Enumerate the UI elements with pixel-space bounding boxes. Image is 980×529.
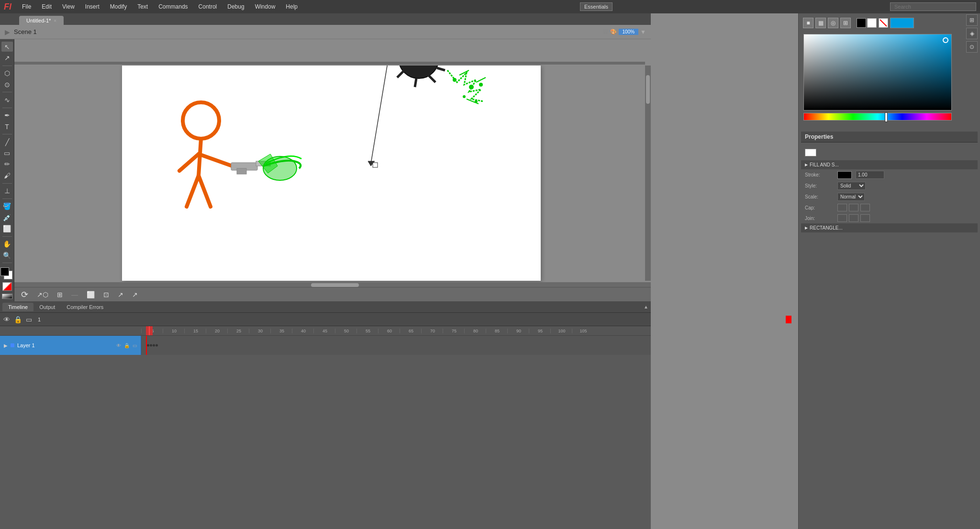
hue-bar[interactable] (803, 113, 952, 121)
swap-colors-btn[interactable] (2, 294, 12, 299)
scale-select[interactable]: Normal None (837, 193, 865, 201)
color-linear-btn[interactable]: ▦ (815, 18, 826, 28)
tool-3d-rotate[interactable]: ⊙ (1, 79, 13, 89)
smooth-icon[interactable]: ↗ (116, 290, 125, 299)
gradient-box[interactable] (803, 34, 952, 110)
view-mode-btn[interactable]: 100% (619, 29, 639, 35)
cap-round-btn[interactable] (837, 204, 847, 211)
ruler-100: 100 (550, 329, 572, 333)
menu-modify[interactable]: Modify (105, 2, 132, 11)
color-wheel-btn[interactable]: ⊙ (966, 41, 978, 53)
tool-line[interactable]: ╱ (1, 137, 13, 147)
hue-cursor[interactable] (885, 112, 888, 122)
search-input[interactable] (890, 2, 976, 11)
tool-freeform[interactable]: ⬡ (1, 68, 13, 78)
menu-control[interactable]: Control (194, 2, 222, 11)
tool-paint-bucket[interactable]: 🪣 (1, 201, 13, 211)
no-stroke-btn[interactable] (879, 18, 888, 28)
bg-color-mini[interactable] (867, 18, 877, 28)
hscroll-thumb[interactable] (311, 283, 359, 287)
snap-icon[interactable]: ⊡ (101, 290, 111, 299)
layer-1-name-area[interactable]: ▶ Layer 1 👁 🔒 ▭ (0, 336, 141, 355)
menu-edit[interactable]: Edit (37, 2, 56, 11)
canvas-resize-handle[interactable] (14, 62, 645, 65)
tab-close-button[interactable]: × (54, 18, 56, 23)
tab-output[interactable]: Output (33, 303, 61, 311)
tool-rectangle[interactable]: ▭ (1, 148, 13, 158)
tool-pencil[interactable]: ✏ (1, 159, 13, 169)
menu-text[interactable]: Text (133, 2, 153, 11)
layer-outline-icon[interactable]: ▭ (133, 343, 137, 348)
menu-debug[interactable]: Debug (223, 2, 249, 11)
svg-line-29 (371, 66, 388, 164)
marquee-icon[interactable]: ⬜ (85, 290, 97, 299)
timeline-controls: 👁 🔒 ▭ 1 (2, 315, 41, 324)
menu-commands[interactable]: Commands (154, 2, 192, 11)
line-icon[interactable]: — (69, 290, 80, 299)
gradient-cursor[interactable] (943, 37, 948, 43)
transform-icon[interactable]: ⊞ (55, 290, 65, 299)
timeline-collapse[interactable]: ▲ (644, 304, 648, 309)
essentials-button[interactable]: Essentials (580, 2, 612, 11)
view-dropdown[interactable]: ▼ (640, 29, 646, 35)
select-tool-icon[interactable]: ↗⬡ (35, 290, 50, 299)
swatches-btn[interactable]: ⊞ (966, 14, 978, 26)
outline-layers-btn[interactable]: ▭ (25, 315, 33, 324)
menu-help[interactable]: Help (281, 2, 302, 11)
join-round-btn[interactable] (849, 214, 858, 222)
active-color-display[interactable] (890, 18, 914, 28)
ruler-80: 80 (464, 329, 486, 333)
layer-lock-icon[interactable]: 🔒 (124, 343, 130, 348)
tool-eraser[interactable]: ⬜ (1, 223, 13, 233)
rectangle-section-header[interactable]: ▶ RECTANGLE... (801, 223, 978, 232)
stroke-width-input[interactable] (856, 171, 884, 179)
stroke-color-picker[interactable] (837, 171, 852, 179)
stroke-color-swatch[interactable] (0, 267, 9, 276)
tab-label: Untitled-1* (26, 18, 51, 23)
vscroll-thumb[interactable] (646, 75, 650, 104)
rotate-icon[interactable]: ⟳ (19, 288, 30, 301)
join-miter-btn[interactable] (837, 214, 847, 222)
stage-canvas[interactable] (122, 66, 541, 281)
canvas-vscrollbar[interactable] (645, 66, 651, 281)
menu-view[interactable]: View (57, 2, 79, 11)
ruler-75: 75 (443, 329, 464, 333)
tool-select[interactable]: ↖ (1, 42, 13, 52)
menu-file[interactable]: File (17, 2, 36, 11)
style-select[interactable]: Solid Dashed Dotted (837, 182, 866, 190)
tab-compiler-errors[interactable]: Compiler Errors (61, 303, 109, 311)
menu-window[interactable]: Window (250, 2, 280, 11)
cap-square-btn[interactable] (849, 204, 858, 211)
no-color-btn[interactable] (2, 282, 12, 291)
layer-visibility-icon[interactable]: 👁 (116, 343, 121, 348)
tool-eyedropper[interactable]: 💉 (1, 212, 13, 222)
layer-1-track[interactable] (141, 336, 651, 355)
color-bitmap-btn[interactable]: ⊞ (840, 18, 851, 28)
fg-color-mini[interactable] (857, 18, 866, 28)
playhead-marker[interactable] (146, 326, 153, 335)
color-mixer-btn[interactable]: ◈ (966, 28, 978, 39)
lock-layers-btn[interactable]: 🔒 (13, 315, 23, 324)
straighten-icon[interactable]: ↗ (130, 290, 140, 299)
ruler-55: 55 (356, 329, 378, 333)
ruler-90: 90 (507, 329, 529, 333)
tool-bone[interactable]: ⊥ (1, 186, 13, 196)
color-radial-btn[interactable]: ◎ (828, 18, 838, 28)
layer-expand-icon[interactable]: ▶ (4, 343, 8, 348)
tool-pen[interactable]: ✒ (1, 110, 13, 120)
document-tab[interactable]: Untitled-1* × (19, 16, 64, 25)
ruler-35: 35 (270, 329, 292, 333)
fill-stroke-section-header[interactable]: ▶ FILL AND S... (801, 160, 978, 169)
tool-text[interactable]: T (1, 121, 13, 132)
tool-lasso[interactable]: ∿ (1, 95, 13, 105)
tool-brush[interactable]: 🖌 (1, 170, 13, 180)
tab-timeline[interactable]: Timeline (2, 303, 33, 311)
show-hide-layers-btn[interactable]: 👁 (2, 315, 11, 324)
cap-none-btn[interactable] (860, 204, 870, 211)
tool-zoom[interactable]: 🔍 (1, 250, 13, 260)
join-bevel-btn[interactable] (860, 214, 870, 222)
menu-insert[interactable]: Insert (80, 2, 104, 11)
color-solid-btn[interactable]: ■ (803, 18, 813, 28)
tool-subselect[interactable]: ↗ (1, 53, 13, 63)
tool-hand[interactable]: ✋ (1, 239, 13, 249)
